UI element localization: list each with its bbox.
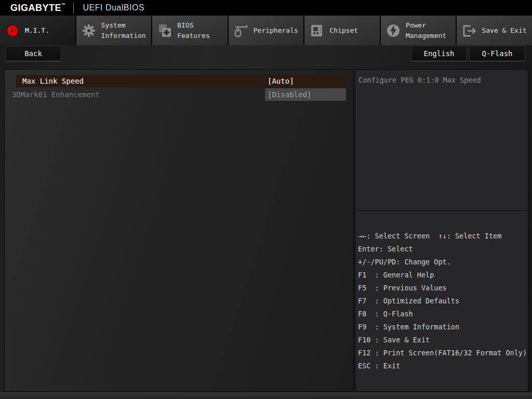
tab-chipset[interactable]: Chipset bbox=[304, 16, 380, 45]
bottom-strip bbox=[0, 392, 532, 399]
key-legend-line: F12 : Print Screen(FAT16/32 Format Only) bbox=[358, 347, 526, 360]
tab-power-management[interactable]: Power Management bbox=[381, 16, 456, 45]
key-legend: →←: Select Screen ↑↓: Select Item Enter:… bbox=[358, 230, 526, 373]
title-bar: GIGABYTE™ UEFI DualBIOS bbox=[0, 0, 532, 16]
trademark-symbol: ™ bbox=[61, 3, 66, 7]
setting-row-3dmark01-enhancement[interactable]: 3DMark01 Enhancement bbox=[12, 88, 100, 101]
key-legend-line: F9 : System Information bbox=[358, 321, 526, 334]
gear-icon bbox=[81, 23, 97, 38]
tab-peripherals[interactable]: Peripherals bbox=[229, 16, 304, 45]
tab-label: System Information bbox=[101, 20, 149, 41]
key-legend-line: ESC : Exit bbox=[358, 360, 526, 373]
language-button[interactable]: English bbox=[411, 46, 467, 61]
tab-save-exit[interactable]: Save & Exit bbox=[457, 16, 532, 45]
help-description: Configure PEG 0:1:0 Max Speed bbox=[358, 76, 525, 84]
help-panel-divider bbox=[355, 210, 528, 211]
key-legend-line: F5 : Previous Values bbox=[358, 282, 526, 295]
gigabyte-logo: GIGABYTE™ bbox=[0, 3, 66, 14]
tab-label: Save & Exit bbox=[482, 25, 526, 36]
tab-label: Chipset bbox=[329, 25, 358, 36]
setting-value-max-link-speed[interactable]: [Auto] bbox=[265, 75, 346, 87]
tab-mit[interactable]: M.I.T. bbox=[0, 16, 75, 45]
chip-plus-icon bbox=[157, 23, 172, 38]
peripherals-icon bbox=[233, 23, 249, 38]
tab-label: BIOS Features bbox=[177, 20, 225, 41]
settings-panel: Max Link Speed [Auto] 3DMark01 Enhanceme… bbox=[4, 69, 354, 392]
back-button[interactable]: Back bbox=[5, 46, 61, 61]
tab-bar: M.I.T. System Information bbox=[0, 16, 532, 45]
key-legend-line: F7 : Optimized Defaults bbox=[358, 295, 526, 308]
tab-system-information[interactable]: System Information bbox=[76, 16, 152, 45]
key-legend-line: →←: Select Screen ↑↓: Select Item bbox=[358, 230, 526, 243]
key-legend-line: F1 : General Help bbox=[358, 269, 526, 282]
power-bolt-icon bbox=[385, 23, 401, 38]
key-legend-line: F10 : Save & Exit bbox=[358, 334, 526, 347]
tab-label: Peripherals bbox=[254, 25, 298, 36]
key-legend-line: F8 : Q-Flash bbox=[358, 308, 526, 321]
tab-label: M.I.T. bbox=[25, 25, 49, 36]
mit-dial-icon bbox=[5, 23, 20, 38]
key-legend-line: Enter: Select bbox=[358, 243, 526, 256]
help-panel: Configure PEG 0:1:0 Max Speed →←: Select… bbox=[355, 69, 528, 392]
tab-bios-features[interactable]: BIOS Features bbox=[152, 16, 228, 45]
setting-row-max-link-speed[interactable]: Max Link Speed bbox=[16, 75, 263, 87]
exit-door-icon bbox=[461, 23, 477, 38]
key-legend-line: +/-/PU/PD: Change Opt. bbox=[358, 256, 526, 269]
firmware-title: UEFI DualBIOS bbox=[83, 3, 145, 12]
tab-label: Power Management bbox=[406, 20, 454, 41]
chipset-icon bbox=[309, 23, 325, 38]
header-divider bbox=[73, 3, 74, 13]
setting-value-3dmark01-enhancement[interactable]: [Disabled] bbox=[265, 88, 346, 101]
qflash-button[interactable]: Q-Flash bbox=[469, 46, 525, 61]
